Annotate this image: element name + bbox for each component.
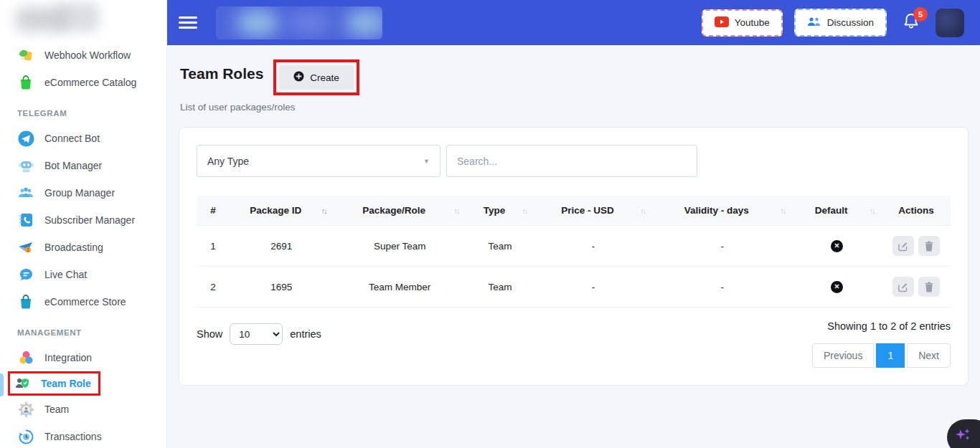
plus-circle-icon bbox=[293, 71, 304, 84]
brand-blur-blob bbox=[345, 9, 382, 37]
cell-validity: - bbox=[652, 267, 792, 308]
brand-blur-blob bbox=[288, 11, 331, 35]
previous-page-button[interactable]: Previous bbox=[812, 343, 874, 368]
type-filter-value: Any Type bbox=[207, 156, 249, 167]
team-role-icon bbox=[14, 375, 31, 392]
sidebar-item-team[interactable]: Team bbox=[0, 396, 166, 423]
column-header-package-id[interactable]: Package ID↑↓ bbox=[230, 196, 334, 226]
notification-count-badge: 5 bbox=[913, 7, 928, 22]
robot-icon bbox=[17, 157, 34, 174]
sidebar-item-subscriber-manager[interactable]: Subscriber Manager bbox=[0, 206, 166, 234]
column-header-default[interactable]: Default↑↓ bbox=[792, 196, 882, 226]
cell-num: 1 bbox=[197, 226, 230, 267]
pagination: Previous 1 Next bbox=[812, 343, 951, 368]
sidebar-item-group-manager[interactable]: Group Manager bbox=[0, 179, 166, 206]
sidebar-item-broadcasting[interactable]: 1 Broadcasting bbox=[0, 234, 166, 261]
sidebar-item-ecommerce-store[interactable]: eCommerce Store bbox=[0, 288, 166, 315]
hamburger-menu-icon[interactable] bbox=[179, 16, 197, 29]
edit-button[interactable] bbox=[892, 277, 914, 297]
top-navbar: Youtube Discussion 5 bbox=[167, 0, 980, 45]
cell-num: 2 bbox=[197, 267, 230, 308]
sort-icon: ↑↓ bbox=[522, 206, 527, 215]
main-column: Youtube Discussion 5 T bbox=[167, 0, 980, 448]
brand-blur-blob bbox=[236, 9, 279, 37]
app-logo-blurred bbox=[0, 0, 166, 42]
page-header-row: Team Roles Create bbox=[179, 59, 969, 95]
page-1-button[interactable]: 1 bbox=[876, 343, 905, 368]
sidebar-item-bot-manager[interactable]: Bot Manager bbox=[0, 152, 166, 179]
table-row: 1 2691 Super Team Team - - ✕ bbox=[197, 226, 951, 267]
team-roles-table: # Package ID↑↓ Package/Role↑↓ Type↑↓ Pri… bbox=[197, 196, 951, 308]
cell-package-id: 2691 bbox=[230, 226, 334, 267]
discussion-people-icon bbox=[807, 16, 821, 29]
app-root: Webhook Workflow eCommerce Catalog TELEG… bbox=[0, 0, 980, 448]
youtube-button[interactable]: Youtube bbox=[702, 9, 783, 37]
column-header-package-role[interactable]: Package/Role↑↓ bbox=[334, 196, 466, 226]
cell-type: Team bbox=[466, 267, 534, 308]
page-size-select[interactable]: 10 bbox=[230, 323, 283, 345]
sidebar-item-connect-bot[interactable]: Connect Bot bbox=[0, 125, 166, 152]
brand-title-blurred bbox=[216, 6, 382, 39]
sidebar-item-label: Subscriber Manager bbox=[44, 214, 135, 226]
avatar-blur bbox=[936, 9, 964, 37]
delete-button[interactable] bbox=[918, 277, 940, 297]
sort-icon: ↑↓ bbox=[780, 206, 785, 215]
discussion-button[interactable]: Discussion bbox=[794, 9, 887, 37]
notifications-bell[interactable]: 5 bbox=[903, 12, 920, 33]
cell-validity: - bbox=[652, 226, 792, 267]
telegram-plane-icon bbox=[17, 130, 34, 147]
edit-button[interactable] bbox=[892, 236, 914, 256]
show-entries-control: Show 10 entries bbox=[197, 320, 321, 345]
sidebar-item-team-role-wrap: Team Role bbox=[0, 371, 166, 396]
cell-type: Team bbox=[466, 226, 534, 267]
create-button[interactable]: Create bbox=[279, 65, 354, 90]
column-header-actions: Actions bbox=[882, 196, 951, 226]
youtube-button-label: Youtube bbox=[735, 17, 770, 28]
sidebar-section-management: MANAGEMENT bbox=[0, 315, 166, 344]
youtube-icon bbox=[715, 16, 729, 29]
ai-assistant-fab[interactable] bbox=[947, 419, 980, 448]
webhook-workflow-icon bbox=[17, 47, 34, 64]
people-group-icon bbox=[17, 184, 34, 201]
sort-icon: ↑↓ bbox=[640, 206, 645, 215]
store-bag-icon bbox=[17, 293, 34, 310]
next-page-button[interactable]: Next bbox=[907, 343, 951, 368]
sidebar-item-webhook-workflow[interactable]: Webhook Workflow bbox=[0, 42, 166, 69]
sidebar-item-label: Team Role bbox=[41, 378, 91, 389]
create-button-label: Create bbox=[310, 72, 339, 83]
sidebar-item-transactions[interactable]: Transactions bbox=[0, 423, 166, 448]
show-label: Show bbox=[197, 328, 222, 340]
entries-summary: Showing 1 to 2 of 2 entries bbox=[827, 320, 951, 332]
sort-icon: ↑↓ bbox=[870, 206, 875, 215]
sparkles-icon bbox=[954, 427, 973, 448]
sidebar-item-live-chat[interactable]: Live Chat bbox=[0, 261, 166, 288]
team-roles-card: Any Type ▼ # Package ID↑↓ Package/Role↑↓… bbox=[179, 127, 969, 386]
sidebar-item-label: Webhook Workflow bbox=[44, 49, 131, 61]
integration-circles-icon bbox=[17, 349, 34, 366]
cell-price: - bbox=[534, 226, 653, 267]
user-avatar-blurred[interactable] bbox=[936, 9, 964, 37]
bell-icon bbox=[903, 22, 920, 33]
active-item-indicator bbox=[0, 373, 4, 396]
column-header-type[interactable]: Type↑↓ bbox=[466, 196, 534, 226]
annotation-box-create: Create bbox=[273, 59, 359, 95]
column-header-validity[interactable]: Validity - days↑↓ bbox=[652, 196, 792, 226]
column-header-price[interactable]: Price - USD↑↓ bbox=[534, 196, 653, 226]
sidebar-item-label: Transactions bbox=[44, 431, 102, 442]
sidebar-item-integration[interactable]: Integration bbox=[0, 344, 166, 371]
team-gear-icon bbox=[17, 401, 34, 418]
page-content: Team Roles Create List of user packages/… bbox=[167, 45, 980, 448]
sidebar-section-telegram: TELEGRAM bbox=[0, 96, 166, 125]
sidebar-item-ecommerce-catalog[interactable]: eCommerce Catalog bbox=[0, 69, 166, 96]
topbar-actions: Youtube Discussion 5 bbox=[702, 9, 964, 37]
annotation-box-team-role[interactable]: Team Role bbox=[8, 371, 100, 396]
search-input[interactable] bbox=[446, 145, 697, 177]
filter-row: Any Type ▼ bbox=[197, 145, 951, 177]
table-row: 2 1695 Team Member Team - - ✕ bbox=[197, 267, 951, 308]
cell-price: - bbox=[534, 267, 653, 308]
delete-button[interactable] bbox=[918, 236, 940, 256]
type-filter-select[interactable]: Any Type ▼ bbox=[197, 145, 440, 177]
sidebar-item-label: eCommerce Store bbox=[44, 296, 126, 308]
sidebar-item-label: Connect Bot bbox=[44, 133, 100, 144]
sort-icon: ↑↓ bbox=[321, 206, 326, 215]
